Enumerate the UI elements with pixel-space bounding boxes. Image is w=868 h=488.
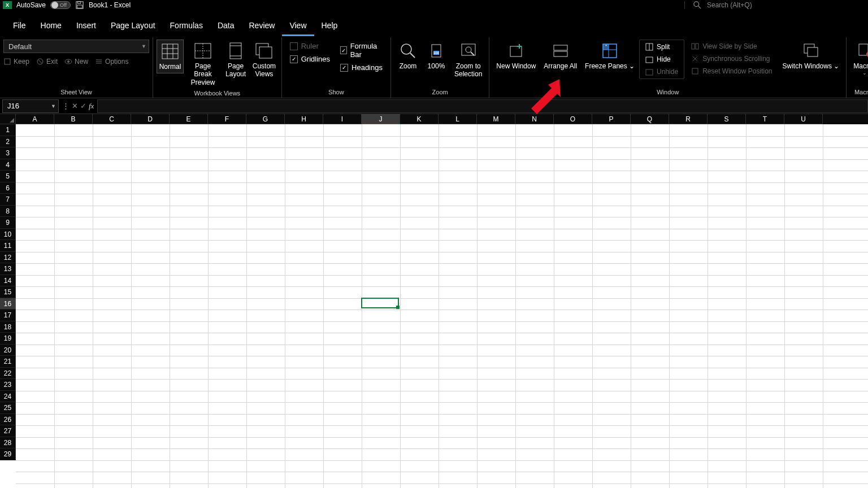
column-header[interactable]: E xyxy=(170,114,208,124)
zoom-button[interactable]: Zoom xyxy=(394,40,422,72)
tab-data[interactable]: Data xyxy=(210,16,242,36)
row-header[interactable]: 1 xyxy=(0,124,16,136)
column-header[interactable]: N xyxy=(515,114,554,124)
search-box[interactable]: Search (Alt+Q) xyxy=(684,1,865,9)
cancel-icon[interactable]: ✕ xyxy=(72,102,78,110)
row-header[interactable]: 4 xyxy=(0,159,16,171)
tab-home[interactable]: Home xyxy=(33,16,69,36)
row-header[interactable]: 14 xyxy=(0,275,16,287)
hide-button[interactable]: Hide xyxy=(642,54,682,65)
selected-cell[interactable] xyxy=(361,298,399,309)
tab-insert[interactable]: Insert xyxy=(69,16,103,36)
column-header[interactable]: K xyxy=(400,114,439,124)
tab-help[interactable]: Help xyxy=(314,16,345,36)
column-header[interactable]: B xyxy=(54,114,93,124)
fx-icon[interactable]: fx xyxy=(89,102,94,111)
name-box[interactable]: J16 ▼ xyxy=(2,99,59,113)
column-header[interactable]: S xyxy=(708,114,746,124)
reset-position-button: Reset Window Position xyxy=(688,66,775,77)
exit-button[interactable]: Exit xyxy=(36,58,58,66)
tab-formulas[interactable]: Formulas xyxy=(163,16,210,36)
accept-icon[interactable]: ✓ xyxy=(80,102,86,110)
row-header[interactable]: 24 xyxy=(0,391,16,403)
column-header[interactable]: P xyxy=(592,114,631,124)
column-header[interactable]: H xyxy=(285,114,323,124)
page-break-preview-button[interactable]: Page Break Preview xyxy=(185,40,221,89)
page-layout-button[interactable]: Page Layout xyxy=(222,40,249,81)
options-icon[interactable]: ⋮ xyxy=(62,102,70,110)
zoom-100-button[interactable]: 100 100% xyxy=(423,40,450,72)
column-header[interactable]: D xyxy=(131,114,170,124)
cells-grid[interactable] xyxy=(16,124,868,488)
macros-button[interactable]: Macros ⌄ xyxy=(850,40,868,78)
row-header[interactable]: 5 xyxy=(0,171,16,182)
formula-bar-checkbox[interactable]: ✓Formula Bar xyxy=(340,42,383,59)
fill-handle[interactable] xyxy=(396,306,400,309)
select-all-corner[interactable] xyxy=(0,114,16,124)
column-header[interactable]: O xyxy=(554,114,592,124)
column-headers[interactable]: ABCDEFGHIJKLMNOPQRSTU xyxy=(16,114,868,124)
column-header[interactable]: R xyxy=(669,114,708,124)
row-header[interactable]: 3 xyxy=(0,147,16,159)
row-header[interactable]: 13 xyxy=(0,263,16,275)
column-header[interactable]: G xyxy=(246,114,285,124)
row-header[interactable]: 10 xyxy=(0,229,16,241)
column-header[interactable]: F xyxy=(208,114,246,124)
new-button[interactable]: New xyxy=(64,58,88,66)
row-header[interactable]: 19 xyxy=(0,333,16,345)
row-header[interactable]: 22 xyxy=(0,368,16,380)
zoom-to-selection-button[interactable]: Zoom to Selection xyxy=(451,40,485,81)
row-header[interactable]: 7 xyxy=(0,194,16,206)
column-header[interactable]: U xyxy=(784,114,823,124)
options-button[interactable]: Options xyxy=(95,58,128,66)
column-header[interactable]: A xyxy=(16,114,54,124)
tab-page-layout[interactable]: Page Layout xyxy=(103,16,163,36)
row-header[interactable]: 17 xyxy=(0,310,16,321)
save-button[interactable] xyxy=(75,1,84,9)
column-header[interactable]: T xyxy=(746,114,784,124)
row-header[interactable]: 18 xyxy=(0,321,16,333)
document-title: Book1 - Excel xyxy=(89,1,131,9)
row-header[interactable]: 28 xyxy=(0,437,16,449)
tab-file[interactable]: File xyxy=(6,16,33,36)
sheet-view-dropdown[interactable]: Default ▼ xyxy=(3,40,149,53)
row-header[interactable]: 29 xyxy=(0,448,16,460)
arrange-all-button[interactable]: Arrange All xyxy=(540,40,580,72)
row-header[interactable]: 23 xyxy=(0,379,16,391)
keep-button[interactable]: Keep xyxy=(3,58,29,66)
split-button[interactable]: Split xyxy=(642,41,682,53)
column-header[interactable]: I xyxy=(323,114,362,124)
column-header[interactable]: Q xyxy=(631,114,669,124)
row-header[interactable]: 6 xyxy=(0,182,16,194)
custom-views-button[interactable]: Custom Views xyxy=(250,40,278,81)
tab-view[interactable]: View xyxy=(282,16,314,36)
row-header[interactable]: 11 xyxy=(0,240,16,252)
column-header[interactable]: C xyxy=(93,114,131,124)
row-header[interactable]: 16 xyxy=(0,298,16,310)
gridlines-checkbox[interactable]: ✓Gridlines xyxy=(290,55,330,63)
row-header[interactable]: 8 xyxy=(0,206,16,217)
column-header[interactable]: J xyxy=(362,114,400,124)
switch-windows-button[interactable]: Switch Windows ⌄ xyxy=(779,40,843,72)
autosave-toggle[interactable]: Off xyxy=(50,1,71,9)
row-header[interactable]: 27 xyxy=(0,425,16,437)
row-header[interactable]: 12 xyxy=(0,252,16,264)
row-header[interactable]: 20 xyxy=(0,345,16,356)
zoom-icon xyxy=(399,42,417,60)
formula-input[interactable] xyxy=(97,99,868,113)
tab-review[interactable]: Review xyxy=(242,16,283,36)
row-headers[interactable]: 1234567891011121314151617181920212223242… xyxy=(0,124,16,460)
row-header[interactable]: 9 xyxy=(0,217,16,229)
normal-view-button[interactable]: Normal xyxy=(157,40,184,73)
row-header[interactable]: 21 xyxy=(0,356,16,368)
new-window-button[interactable]: New Window xyxy=(493,40,539,72)
freeze-panes-button[interactable]: * Freeze Panes ⌄ xyxy=(581,40,638,72)
column-header[interactable]: L xyxy=(439,114,477,124)
row-header[interactable]: 15 xyxy=(0,286,16,298)
column-header[interactable]: M xyxy=(477,114,515,124)
row-header[interactable]: 26 xyxy=(0,414,16,426)
row-header[interactable]: 2 xyxy=(0,136,16,148)
svg-rect-49 xyxy=(696,43,698,49)
headings-checkbox[interactable]: ✓Headings xyxy=(340,63,383,72)
row-header[interactable]: 25 xyxy=(0,402,16,414)
